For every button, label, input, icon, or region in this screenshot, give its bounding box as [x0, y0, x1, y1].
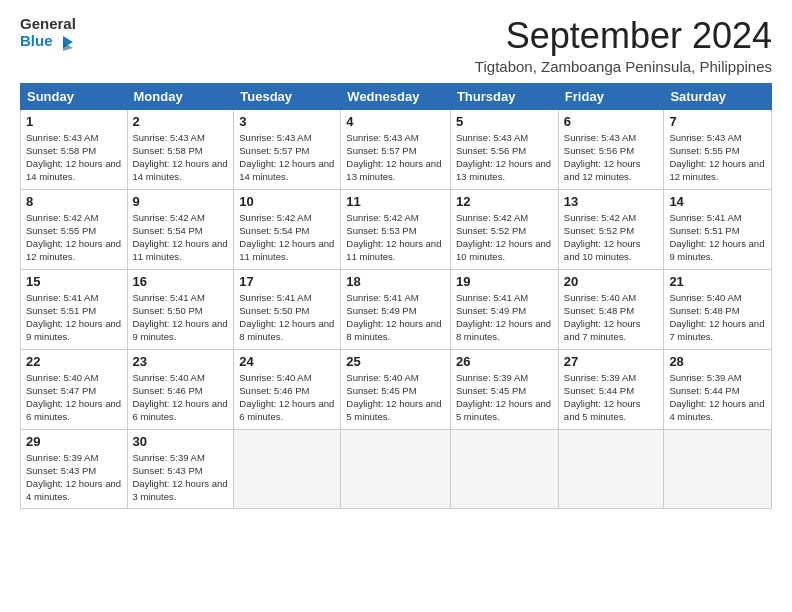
table-row: 4 Sunrise: 5:43 AM Sunset: 5:57 PM Dayli… [341, 109, 451, 189]
col-thursday: Thursday [450, 83, 558, 109]
table-row: 28 Sunrise: 5:39 AM Sunset: 5:44 PM Dayl… [664, 349, 772, 429]
table-row: 10 Sunrise: 5:42 AM Sunset: 5:54 PM Dayl… [234, 189, 341, 269]
day-number: 16 [133, 274, 229, 289]
page: General Blue September 2024 Tigtabon, Za… [0, 0, 792, 519]
day-info: Sunrise: 5:41 AM Sunset: 5:51 PM Dayligh… [26, 291, 122, 344]
table-row: 8 Sunrise: 5:42 AM Sunset: 5:55 PM Dayli… [21, 189, 128, 269]
table-row: 23 Sunrise: 5:40 AM Sunset: 5:46 PM Dayl… [127, 349, 234, 429]
table-row: 29 Sunrise: 5:39 AM Sunset: 5:43 PM Dayl… [21, 429, 128, 508]
day-number: 24 [239, 354, 335, 369]
table-row [558, 429, 664, 508]
day-number: 17 [239, 274, 335, 289]
header-row: General Blue September 2024 Tigtabon, Za… [20, 16, 772, 75]
table-row: 15 Sunrise: 5:41 AM Sunset: 5:51 PM Dayl… [21, 269, 128, 349]
day-info: Sunrise: 5:42 AM Sunset: 5:54 PM Dayligh… [133, 211, 229, 264]
table-row [450, 429, 558, 508]
day-number: 2 [133, 114, 229, 129]
day-info: Sunrise: 5:41 AM Sunset: 5:50 PM Dayligh… [239, 291, 335, 344]
table-row: 17 Sunrise: 5:41 AM Sunset: 5:50 PM Dayl… [234, 269, 341, 349]
day-info: Sunrise: 5:43 AM Sunset: 5:58 PM Dayligh… [133, 131, 229, 184]
col-wednesday: Wednesday [341, 83, 451, 109]
table-row [341, 429, 451, 508]
day-info: Sunrise: 5:39 AM Sunset: 5:43 PM Dayligh… [26, 451, 122, 504]
col-tuesday: Tuesday [234, 83, 341, 109]
day-info: Sunrise: 5:43 AM Sunset: 5:55 PM Dayligh… [669, 131, 766, 184]
day-info: Sunrise: 5:40 AM Sunset: 5:48 PM Dayligh… [564, 291, 659, 344]
col-monday: Monday [127, 83, 234, 109]
calendar: Sunday Monday Tuesday Wednesday Thursday… [20, 83, 772, 509]
day-info: Sunrise: 5:42 AM Sunset: 5:53 PM Dayligh… [346, 211, 445, 264]
day-info: Sunrise: 5:40 AM Sunset: 5:46 PM Dayligh… [133, 371, 229, 424]
table-row [664, 429, 772, 508]
day-number: 18 [346, 274, 445, 289]
day-info: Sunrise: 5:39 AM Sunset: 5:44 PM Dayligh… [669, 371, 766, 424]
day-number: 28 [669, 354, 766, 369]
table-row: 18 Sunrise: 5:41 AM Sunset: 5:49 PM Dayl… [341, 269, 451, 349]
col-friday: Friday [558, 83, 664, 109]
table-row: 5 Sunrise: 5:43 AM Sunset: 5:56 PM Dayli… [450, 109, 558, 189]
day-number: 25 [346, 354, 445, 369]
table-row: 9 Sunrise: 5:42 AM Sunset: 5:54 PM Dayli… [127, 189, 234, 269]
day-info: Sunrise: 5:42 AM Sunset: 5:55 PM Dayligh… [26, 211, 122, 264]
table-row: 21 Sunrise: 5:40 AM Sunset: 5:48 PM Dayl… [664, 269, 772, 349]
day-number: 15 [26, 274, 122, 289]
table-row: 7 Sunrise: 5:43 AM Sunset: 5:55 PM Dayli… [664, 109, 772, 189]
day-number: 21 [669, 274, 766, 289]
day-number: 29 [26, 434, 122, 449]
table-row: 19 Sunrise: 5:41 AM Sunset: 5:49 PM Dayl… [450, 269, 558, 349]
day-number: 7 [669, 114, 766, 129]
day-info: Sunrise: 5:40 AM Sunset: 5:47 PM Dayligh… [26, 371, 122, 424]
table-row: 25 Sunrise: 5:40 AM Sunset: 5:45 PM Dayl… [341, 349, 451, 429]
day-info: Sunrise: 5:43 AM Sunset: 5:56 PM Dayligh… [564, 131, 659, 184]
logo: General Blue [20, 16, 76, 51]
table-row [234, 429, 341, 508]
table-row: 26 Sunrise: 5:39 AM Sunset: 5:45 PM Dayl… [450, 349, 558, 429]
day-number: 26 [456, 354, 553, 369]
table-row: 24 Sunrise: 5:40 AM Sunset: 5:46 PM Dayl… [234, 349, 341, 429]
day-info: Sunrise: 5:41 AM Sunset: 5:51 PM Dayligh… [669, 211, 766, 264]
day-number: 1 [26, 114, 122, 129]
table-row: 1 Sunrise: 5:43 AM Sunset: 5:58 PM Dayli… [21, 109, 128, 189]
day-number: 12 [456, 194, 553, 209]
calendar-header-row: Sunday Monday Tuesday Wednesday Thursday… [21, 83, 772, 109]
day-number: 8 [26, 194, 122, 209]
day-number: 19 [456, 274, 553, 289]
day-number: 10 [239, 194, 335, 209]
table-row: 14 Sunrise: 5:41 AM Sunset: 5:51 PM Dayl… [664, 189, 772, 269]
day-info: Sunrise: 5:41 AM Sunset: 5:49 PM Dayligh… [456, 291, 553, 344]
day-number: 5 [456, 114, 553, 129]
table-row: 22 Sunrise: 5:40 AM Sunset: 5:47 PM Dayl… [21, 349, 128, 429]
table-row: 27 Sunrise: 5:39 AM Sunset: 5:44 PM Dayl… [558, 349, 664, 429]
month-title: September 2024 [475, 16, 772, 56]
day-number: 20 [564, 274, 659, 289]
day-number: 9 [133, 194, 229, 209]
day-info: Sunrise: 5:40 AM Sunset: 5:45 PM Dayligh… [346, 371, 445, 424]
day-info: Sunrise: 5:43 AM Sunset: 5:56 PM Dayligh… [456, 131, 553, 184]
day-number: 30 [133, 434, 229, 449]
day-info: Sunrise: 5:40 AM Sunset: 5:48 PM Dayligh… [669, 291, 766, 344]
day-info: Sunrise: 5:40 AM Sunset: 5:46 PM Dayligh… [239, 371, 335, 424]
day-number: 14 [669, 194, 766, 209]
col-sunday: Sunday [21, 83, 128, 109]
day-info: Sunrise: 5:39 AM Sunset: 5:44 PM Dayligh… [564, 371, 659, 424]
day-info: Sunrise: 5:39 AM Sunset: 5:43 PM Dayligh… [133, 451, 229, 504]
table-row: 20 Sunrise: 5:40 AM Sunset: 5:48 PM Dayl… [558, 269, 664, 349]
table-row: 16 Sunrise: 5:41 AM Sunset: 5:50 PM Dayl… [127, 269, 234, 349]
day-info: Sunrise: 5:41 AM Sunset: 5:49 PM Dayligh… [346, 291, 445, 344]
location: Tigtabon, Zamboanga Peninsula, Philippin… [475, 58, 772, 75]
day-number: 27 [564, 354, 659, 369]
day-number: 23 [133, 354, 229, 369]
day-info: Sunrise: 5:43 AM Sunset: 5:58 PM Dayligh… [26, 131, 122, 184]
col-saturday: Saturday [664, 83, 772, 109]
table-row: 2 Sunrise: 5:43 AM Sunset: 5:58 PM Dayli… [127, 109, 234, 189]
day-info: Sunrise: 5:39 AM Sunset: 5:45 PM Dayligh… [456, 371, 553, 424]
day-number: 11 [346, 194, 445, 209]
table-row: 30 Sunrise: 5:39 AM Sunset: 5:43 PM Dayl… [127, 429, 234, 508]
day-info: Sunrise: 5:43 AM Sunset: 5:57 PM Dayligh… [346, 131, 445, 184]
day-number: 6 [564, 114, 659, 129]
table-row: 12 Sunrise: 5:42 AM Sunset: 5:52 PM Dayl… [450, 189, 558, 269]
title-block: September 2024 Tigtabon, Zamboanga Penin… [475, 16, 772, 75]
day-number: 22 [26, 354, 122, 369]
table-row: 3 Sunrise: 5:43 AM Sunset: 5:57 PM Dayli… [234, 109, 341, 189]
day-info: Sunrise: 5:43 AM Sunset: 5:57 PM Dayligh… [239, 131, 335, 184]
